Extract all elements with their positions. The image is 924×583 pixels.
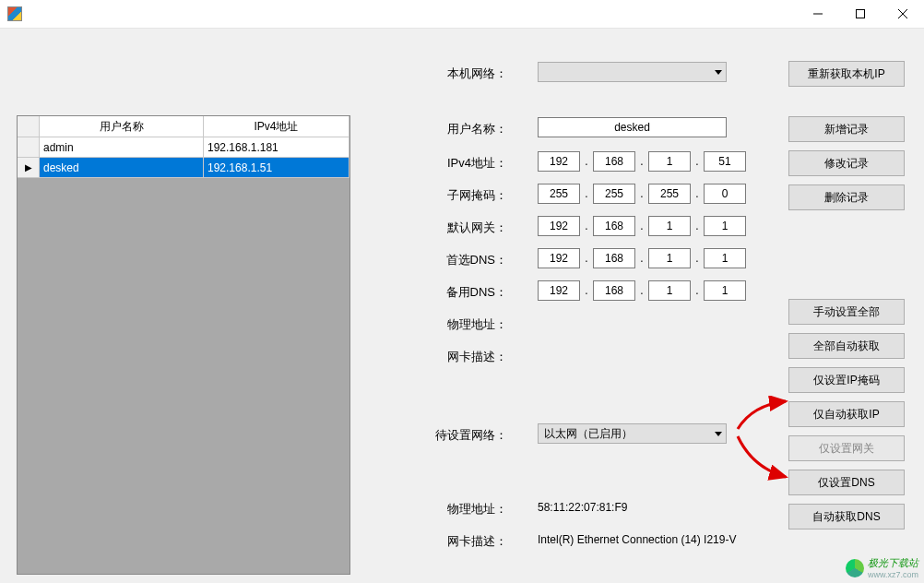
cell-ipv4[interactable]: 192.168.1.181 bbox=[204, 137, 349, 158]
mac-value: 58:11:22:07:81:F9 bbox=[538, 501, 627, 514]
row-selector[interactable] bbox=[18, 137, 40, 158]
ipv4-group: ... bbox=[538, 151, 746, 172]
watermark-name: 极光下载站 bbox=[868, 557, 918, 568]
set-all-auto-button[interactable]: 全部自动获取 bbox=[788, 333, 905, 359]
label-nic-desc2: 网卡描述： bbox=[415, 533, 507, 550]
minimize-button[interactable] bbox=[797, 0, 839, 28]
label-ipv4: IPv4地址： bbox=[415, 155, 507, 172]
target-network-combo[interactable]: 以太网（已启用） bbox=[538, 423, 727, 444]
dns1-octet-3[interactable] bbox=[648, 248, 691, 268]
label-username: 用户名称： bbox=[415, 121, 507, 137]
close-button[interactable] bbox=[882, 0, 924, 28]
label-subnet: 子网掩码： bbox=[415, 187, 507, 204]
chevron-down-icon bbox=[715, 432, 722, 436]
annotation-arrow-icon bbox=[734, 396, 793, 433]
set-dns-only-button[interactable]: 仅设置DNS bbox=[788, 470, 905, 495]
gateway-group: ... bbox=[538, 216, 746, 236]
auto-ip-only-button[interactable]: 仅自动获取IP bbox=[788, 401, 905, 427]
subnet-octet-1[interactable] bbox=[538, 184, 580, 204]
watermark-url: www.xz7.com bbox=[868, 570, 918, 579]
grid-header-ipv4[interactable]: IPv4地址 bbox=[204, 116, 349, 137]
dot-separator: . bbox=[635, 187, 648, 200]
dot-separator: . bbox=[691, 220, 704, 232]
dot-separator: . bbox=[635, 284, 648, 297]
maximize-button[interactable] bbox=[839, 0, 882, 28]
username-input[interactable] bbox=[538, 117, 727, 137]
dns1-octet-4[interactable] bbox=[704, 248, 746, 268]
subnet-octet-4[interactable] bbox=[704, 184, 746, 204]
ipv4-octet-2[interactable] bbox=[593, 151, 635, 172]
chevron-down-icon bbox=[715, 70, 722, 75]
label-nic-desc: 网卡描述： bbox=[415, 349, 507, 365]
ipv4-octet-4[interactable] bbox=[704, 151, 746, 172]
refresh-local-ip-button[interactable]: 重新获取本机IP bbox=[788, 61, 905, 87]
dot-separator: . bbox=[635, 252, 648, 265]
gateway-octet-4[interactable] bbox=[704, 216, 746, 236]
client-area: 用户名称 IPv4地址 admin192.168.1.181▶desked192… bbox=[0, 29, 924, 583]
row-indicator-icon: ▶ bbox=[25, 162, 32, 173]
dot-separator: . bbox=[580, 252, 593, 265]
grid-header-selector[interactable] bbox=[18, 116, 40, 137]
label-local-network: 本机网络： bbox=[415, 65, 507, 82]
dns1-octet-1[interactable] bbox=[538, 248, 580, 268]
cell-username[interactable]: admin bbox=[40, 137, 204, 158]
dot-separator: . bbox=[691, 187, 704, 200]
window-controls bbox=[797, 0, 924, 28]
dns1-group: ... bbox=[538, 248, 746, 268]
set-ip-mask-only-button[interactable]: 仅设置IP掩码 bbox=[788, 367, 905, 393]
titlebar bbox=[0, 0, 924, 29]
table-row[interactable]: ▶desked192.168.1.51 bbox=[18, 158, 349, 178]
grid-header-username[interactable]: 用户名称 bbox=[40, 116, 204, 137]
dot-separator: . bbox=[691, 284, 704, 297]
dns2-octet-1[interactable] bbox=[538, 280, 580, 301]
watermark: 极光下载站 www.xz7.com bbox=[846, 556, 918, 579]
dot-separator: . bbox=[580, 284, 593, 297]
dns2-group: ... bbox=[538, 280, 746, 301]
annotation-arrow-icon bbox=[734, 431, 793, 486]
subnet-octet-2[interactable] bbox=[593, 184, 635, 204]
ipv4-octet-3[interactable] bbox=[648, 151, 691, 172]
dot-separator: . bbox=[635, 155, 648, 168]
nic-desc-value: Intel(R) Ethernet Connection (14) I219-V bbox=[538, 533, 736, 546]
row-selector[interactable]: ▶ bbox=[18, 158, 40, 178]
records-grid[interactable]: 用户名称 IPv4地址 admin192.168.1.181▶desked192… bbox=[17, 115, 350, 575]
dot-separator: . bbox=[580, 220, 593, 232]
modify-record-button[interactable]: 修改记录 bbox=[788, 150, 905, 176]
local-network-combo[interactable] bbox=[538, 62, 727, 82]
svg-rect-1 bbox=[857, 10, 865, 18]
add-record-button[interactable]: 新增记录 bbox=[788, 116, 905, 142]
dns2-octet-3[interactable] bbox=[648, 280, 691, 301]
dot-separator: . bbox=[635, 220, 648, 232]
dot-separator: . bbox=[691, 155, 704, 168]
ipv4-octet-1[interactable] bbox=[538, 151, 580, 172]
delete-record-button[interactable]: 删除记录 bbox=[788, 184, 905, 210]
table-row[interactable]: admin192.168.1.181 bbox=[18, 137, 349, 158]
gateway-octet-3[interactable] bbox=[648, 216, 691, 236]
set-gateway-only-button[interactable]: 仅设置网关 bbox=[788, 435, 905, 461]
gateway-octet-2[interactable] bbox=[593, 216, 635, 236]
label-gateway: 默认网关： bbox=[415, 220, 507, 236]
label-mac: 物理地址： bbox=[415, 316, 507, 333]
label-target-network: 待设置网络： bbox=[415, 427, 507, 444]
dot-separator: . bbox=[691, 252, 704, 265]
dns1-octet-2[interactable] bbox=[593, 248, 635, 268]
target-network-value: 以太网（已启用） bbox=[544, 426, 633, 442]
cell-username[interactable]: desked bbox=[40, 158, 204, 178]
watermark-logo-icon bbox=[846, 559, 864, 577]
grid-header: 用户名称 IPv4地址 bbox=[18, 116, 349, 137]
label-dns2: 备用DNS： bbox=[415, 284, 507, 301]
auto-dns-button[interactable]: 自动获取DNS bbox=[788, 504, 905, 529]
dot-separator: . bbox=[580, 155, 593, 168]
set-all-manual-button[interactable]: 手动设置全部 bbox=[788, 299, 905, 325]
label-dns1: 首选DNS： bbox=[415, 252, 507, 268]
dns2-octet-4[interactable] bbox=[704, 280, 746, 301]
dns2-octet-2[interactable] bbox=[593, 280, 635, 301]
label-mac2: 物理地址： bbox=[415, 501, 507, 518]
gateway-octet-1[interactable] bbox=[538, 216, 580, 236]
cell-ipv4[interactable]: 192.168.1.51 bbox=[204, 158, 349, 178]
app-icon bbox=[7, 6, 22, 21]
dot-separator: . bbox=[580, 187, 593, 200]
subnet-octet-3[interactable] bbox=[648, 184, 691, 204]
subnet-group: ... bbox=[538, 184, 746, 204]
